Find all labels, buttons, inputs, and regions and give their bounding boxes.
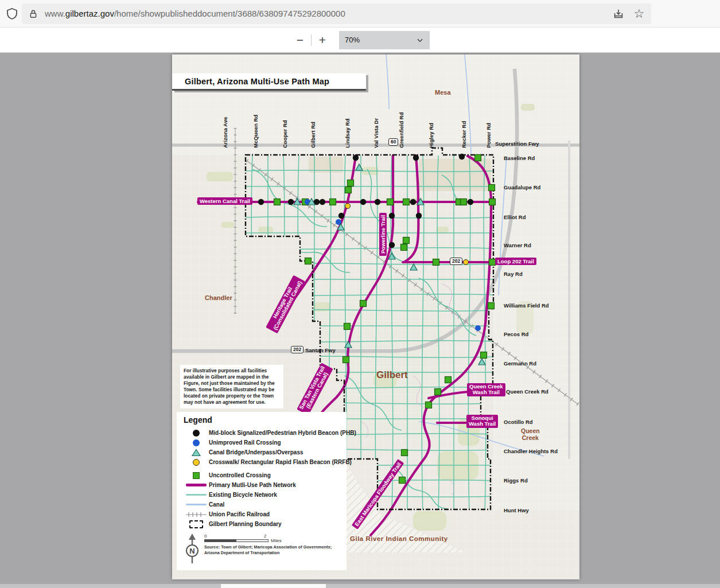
legend-item-rail-crossing: Unimproved Rail Crossing — [184, 438, 341, 447]
north-arrow-icon: N — [184, 534, 201, 566]
url-domain: gilbertaz.gov — [65, 9, 114, 18]
lock-icon — [28, 8, 39, 20]
road-label-mcqueen-rd: McQueen Rd — [252, 115, 259, 148]
browser-window: www.gilbertaz.gov/home/showpublisheddocu… — [0, 0, 720, 588]
yellow-circle-icon — [193, 459, 200, 466]
trail-label-queen-creek-wash: Queen Creek Wash Trail — [467, 383, 505, 396]
road-label-recker-rd: Recker Rd — [461, 121, 467, 148]
blue-circle-icon — [193, 439, 200, 446]
road-label-elliot-rd: Elliot Rd — [504, 214, 526, 220]
map-title-band: Gilbert, Arizona Multi-Use Path Map — [172, 73, 366, 91]
disclaimer-note: For illustrative purposes all facilities… — [180, 365, 283, 408]
teal-line-icon — [186, 494, 207, 496]
zoom-level-value: 70% — [345, 36, 360, 44]
horizontal-scrollbar[interactable] — [0, 584, 720, 588]
dashed-box-icon — [189, 520, 203, 528]
url-prefix: www. — [45, 9, 65, 18]
scale-end: 2 — [264, 534, 266, 539]
road-label-williams-field-rd: Williams Field Rd — [504, 302, 549, 309]
pdf-toolbar: − + 70% — [0, 28, 720, 53]
road-label-queen-creek-rd: Queen Creek Rd — [506, 388, 548, 395]
legend-item-canal-bridge: Canal Bridge/Underpass/Overpass — [184, 447, 341, 457]
download-icon[interactable] — [611, 6, 626, 21]
green-square-icon — [193, 472, 200, 479]
trail-label-sonoqui-wash: Sonoqui Wash Trail — [466, 415, 498, 428]
trail-label-powerline: Powerline Trail — [379, 213, 387, 256]
road-label-guadalupe-rd: Guadalupe Rd — [504, 184, 540, 190]
city-label-chandler: Chandler — [205, 294, 232, 301]
tracking-shield-icon[interactable] — [3, 5, 21, 22]
road-label-riggs-rd: Riggs Rd — [504, 477, 528, 484]
legend-item-canal: Canal — [184, 500, 341, 509]
scale-bar — [204, 539, 268, 542]
legend-item-phb: Mid-block Signalized/Pedestrian Hybrid B… — [184, 428, 341, 438]
scale-start: 0 — [204, 534, 207, 539]
road-label-cooper-rd: Cooper Rd — [282, 120, 288, 148]
scale-area: N 0 2 Miles Source: Town of Gilbert; Mar… — [184, 534, 341, 566]
road-label-val-vista-dr: Val Vista Dr — [373, 118, 379, 148]
loop202-shield-santan: 202 — [291, 346, 303, 353]
trail-label-loop-202: Loop 202 Trail — [495, 258, 536, 265]
source-line-1: Source: Town of Gilbert; Maricopa Associ… — [204, 544, 332, 550]
svg-text:N: N — [189, 547, 194, 555]
legend-panel: Legend Mid-block Signalized/Pedestrian H… — [177, 412, 347, 570]
railroad-line-icon — [186, 512, 207, 517]
road-label-lindsay-rd: Lindsay Rd — [344, 119, 351, 148]
toolbar-divider — [311, 34, 312, 46]
road-label-germann-rd: Germann Rd — [504, 360, 536, 367]
zoom-out-button[interactable]: − — [290, 32, 310, 49]
road-label-santan-fwy: Santan Fwy — [305, 347, 336, 353]
city-label-gila-river: Gila River Indian Community — [350, 535, 448, 542]
road-label-pecos-rd: Pecos Rd — [504, 331, 528, 337]
address-field[interactable]: www.gilbertaz.gov/home/showpublisheddocu… — [22, 3, 651, 24]
road-label-ocotillo-rd: Ocotillo Rd — [504, 419, 533, 425]
legend-item-primary-path: Primary Mutli-Use Path Network — [184, 480, 341, 490]
star-icon[interactable]: ☆ — [632, 6, 647, 21]
road-label-chandler-heights-rd: Chandler Heights Rd — [504, 448, 558, 454]
map-page: Gilbert, Arizona Multi-Use Path Map Ariz… — [172, 54, 579, 579]
zoom-level-select[interactable]: 70% — [339, 31, 430, 49]
map-title: Gilbert, Arizona Multi-Use Path Map — [185, 77, 329, 86]
city-label-queen-creek: Queen Creek — [521, 427, 540, 441]
browser-url-bar: www.gilbertaz.gov/home/showpublisheddocu… — [0, 0, 720, 28]
chevron-down-icon — [416, 36, 424, 44]
road-label-power-rd: Power Rd — [485, 123, 492, 148]
pdf-viewport[interactable]: Gilbert, Arizona Multi-Use Path Map Ariz… — [0, 53, 720, 584]
city-label-gilbert: Gilbert — [376, 369, 408, 381]
road-label-hunt-hwy: Hunt Hwy — [504, 507, 529, 513]
legend-item-boundary: Gilbert Planning Boundary — [184, 519, 341, 529]
scale-unit: Miles — [271, 538, 282, 543]
legend-title: Legend — [184, 415, 341, 425]
url-path: /home/showpublisheddocument/3688/6380974… — [114, 9, 345, 18]
magenta-line-icon — [186, 484, 207, 486]
trail-label-western-canal: Western Canal Trail — [197, 197, 252, 205]
teal-triangle-icon — [192, 449, 201, 457]
road-label-greenfield-rd: Greenfield Rd — [398, 112, 404, 148]
road-label-ray-rd: Ray Rd — [504, 271, 523, 277]
url-text: www.gilbertaz.gov/home/showpublisheddocu… — [45, 9, 345, 18]
road-label-arizona-ave: Arizona Ave — [222, 117, 228, 148]
road-label-warner-rd: Warner Rd — [504, 242, 531, 248]
road-label-superstition-fwy: Superstition Fwy — [495, 141, 539, 147]
legend-item-uncontrolled: Uncontrolled Crossing — [184, 470, 341, 480]
city-label-mesa: Mesa — [435, 89, 451, 96]
source-line-2: Arizona Department of Transportation — [204, 550, 332, 556]
black-circle-icon — [193, 430, 200, 437]
road-label-gilbert-rd: Gilbert Rd — [310, 122, 316, 148]
road-label-higley-rd: Higley Rd — [428, 123, 434, 148]
legend-item-bicycle-network: Existing Bicycle Network — [184, 490, 341, 500]
road-label-baseline-rd: Baseline Rd — [504, 155, 535, 161]
scrollbar-thumb[interactable] — [221, 584, 326, 588]
blue-line-icon — [186, 504, 207, 505]
loop202-shield-trail: 202 — [450, 258, 462, 265]
legend-item-railroad: Union Pacific Railroad — [184, 509, 341, 519]
legend-item-rrfb: Crosswalk/ Rectangular Rapid Flash Beaco… — [184, 457, 341, 467]
zoom-in-button[interactable]: + — [313, 32, 332, 49]
us60-shield: 60 — [388, 138, 398, 146]
